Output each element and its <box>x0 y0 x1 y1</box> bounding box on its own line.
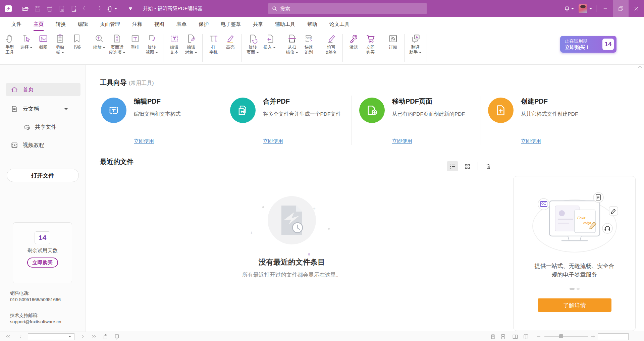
clear-recent-button[interactable] <box>483 161 494 171</box>
snapshot-button[interactable]: 截图 <box>36 34 50 50</box>
typewriter-button[interactable]: 打字机 <box>207 34 221 55</box>
hand-tool-quick[interactable] <box>106 5 117 12</box>
card-move-pdf-pages[interactable]: 移动PDF页面 从已有的PDF页面创建新的PDF 立即使用 <box>351 96 481 145</box>
menu-item-esign[interactable]: 电子签章 <box>221 21 241 31</box>
next-view-button[interactable] <box>113 333 120 340</box>
menu-item-convert[interactable]: 转换 <box>56 21 66 31</box>
learn-more-button[interactable]: 了解详情 <box>538 298 611 312</box>
tool-cards: 编辑PDF 编辑文档和文本格式 立即使用 合并PDF 将多个文件合并生成一个PD… <box>86 96 644 145</box>
menu-item-paper-tools[interactable]: 论文工具 <box>329 21 350 31</box>
card-edit-pdf[interactable]: 编辑PDF 编辑文档和文本格式 立即使用 <box>86 96 227 145</box>
zoom-icon <box>94 34 104 44</box>
use-now-link[interactable]: 立即使用 <box>392 138 412 145</box>
open-file-icon[interactable] <box>22 5 29 12</box>
quick-ocr-button[interactable]: OCR 快速识别 <box>302 34 316 55</box>
menu-item-assist-tools[interactable]: 辅助工具 <box>275 21 295 31</box>
extract-page-icon[interactable] <box>58 5 65 12</box>
search-input[interactable] <box>280 6 408 11</box>
menu-item-comment[interactable]: 注释 <box>132 21 142 31</box>
last-page-button[interactable] <box>91 333 97 340</box>
zoom-button[interactable]: 缩放 <box>92 34 106 50</box>
card-create-pdf[interactable]: 创建PDF 从其它格式文件创建PDF 立即使用 <box>481 96 644 145</box>
grid-view-button[interactable] <box>462 161 473 171</box>
activate-button[interactable]: 激活 <box>347 34 361 50</box>
edit-object-button[interactable]: 编辑对象 <box>184 34 198 55</box>
menu-item-protect[interactable]: 保护 <box>199 21 209 31</box>
zoom-level-box[interactable] <box>598 333 629 340</box>
list-view-button[interactable] <box>447 161 458 171</box>
menu-item-page-manage[interactable]: 页面管理 <box>100 21 120 31</box>
carousel-dot-active[interactable] <box>570 288 575 290</box>
continuous-view-button[interactable] <box>500 333 506 340</box>
save-icon[interactable] <box>34 5 41 12</box>
menu-item-home[interactable]: 主页 <box>34 21 44 31</box>
expand-caret-icon[interactable] <box>64 108 68 110</box>
page-number-input[interactable] <box>28 334 68 339</box>
redo-icon[interactable] <box>94 5 102 12</box>
bookmark-button[interactable]: 书签 <box>70 34 84 50</box>
print-icon[interactable] <box>46 5 53 12</box>
minimize-button[interactable] <box>598 0 613 17</box>
zoom-out-button[interactable] <box>535 333 542 340</box>
account-button[interactable] <box>579 4 592 13</box>
single-page-view-button[interactable] <box>490 333 496 340</box>
fill-sign-button[interactable]: 填写&签名 <box>324 34 338 55</box>
titlebar-divider <box>596 5 596 12</box>
sidebar-item-home[interactable]: 首页 <box>6 83 80 96</box>
sidebar-item-video-tutorials[interactable]: 视频教程 <box>6 138 80 152</box>
buy-now-pill-button[interactable]: 立即购买 <box>27 258 58 268</box>
clipboard-button[interactable]: 剪贴板 <box>53 34 67 55</box>
sidebar-item-shared-files[interactable]: 共享文件 <box>6 120 80 134</box>
hand-tool-button[interactable]: 手型工具 <box>3 34 17 55</box>
buy-now-button[interactable]: 立即购买 <box>364 34 378 55</box>
first-page-button[interactable] <box>5 333 11 340</box>
previous-view-button[interactable] <box>102 333 109 340</box>
translate-assistant-button[interactable]: A 翻译助手 <box>409 34 423 55</box>
from-scanner-button[interactable]: 从扫描仪 <box>285 34 299 55</box>
recent-divider <box>100 180 495 180</box>
menu-item-edit[interactable]: 编辑 <box>78 21 88 31</box>
reflow-button[interactable]: 重排 <box>128 34 142 50</box>
rotate-pages-button[interactable]: 旋转页面 <box>246 34 260 55</box>
menu-item-help[interactable]: 帮助 <box>307 21 317 31</box>
support-email-value[interactable]: support@foxitsoftware.cn <box>10 319 61 325</box>
insert-pages-button[interactable]: 插入 <box>263 34 277 50</box>
book-view-button[interactable] <box>523 333 529 340</box>
zoom-in-button[interactable] <box>590 333 596 340</box>
card-title: 创建PDF <box>521 97 578 106</box>
scroll-up-icon[interactable] <box>638 66 642 68</box>
prev-page-button[interactable] <box>17 333 24 340</box>
carousel-dots[interactable] <box>514 288 635 290</box>
page-fit-options-button[interactable]: 页面适应选项 <box>109 34 125 55</box>
menu-item-form[interactable]: 表单 <box>176 21 186 31</box>
rotate-view-button[interactable]: 旋转视图 <box>145 34 159 55</box>
quick-access-menu-icon[interactable] <box>127 5 134 12</box>
zoom-slider[interactable] <box>544 336 588 337</box>
close-button[interactable] <box>629 0 644 17</box>
svg-text:A: A <box>416 36 418 39</box>
sidebar-item-cloud-docs[interactable]: 云文档 <box>6 102 80 116</box>
card-merge-pdf[interactable]: 合并PDF 将多个文件合并生成一个PDF文件 立即使用 <box>227 96 351 145</box>
menu-item-view[interactable]: 视图 <box>154 21 164 31</box>
trial-buy-banner[interactable]: 正在试用期 立即购买！ 14 <box>560 36 616 53</box>
undo-icon[interactable] <box>82 5 90 12</box>
edit-text-button[interactable]: 编辑文本 <box>167 34 181 55</box>
search-box[interactable] <box>268 3 427 14</box>
new-document-icon[interactable] <box>70 5 77 12</box>
page-number-combo[interactable] <box>28 333 74 340</box>
menu-item-share[interactable]: 共享 <box>253 21 263 31</box>
menu-item-file[interactable]: 文件 <box>11 21 21 31</box>
open-file-button[interactable]: 打开文件 <box>7 169 79 182</box>
subscribe-button[interactable]: 订阅 <box>386 34 400 50</box>
zoom-slider-thumb[interactable] <box>559 334 563 338</box>
use-now-link[interactable]: 立即使用 <box>263 138 283 145</box>
restore-button[interactable] <box>613 0 629 17</box>
facing-view-button[interactable] <box>512 333 519 340</box>
carousel-dot[interactable] <box>577 288 580 290</box>
use-now-link[interactable]: 立即使用 <box>521 138 541 145</box>
use-now-link[interactable]: 立即使用 <box>134 138 154 145</box>
highlight-button[interactable]: 高亮 <box>223 34 237 50</box>
select-tool-button[interactable]: 选择 <box>19 34 34 50</box>
notifications-button[interactable] <box>564 5 574 12</box>
next-page-button[interactable] <box>79 333 86 340</box>
